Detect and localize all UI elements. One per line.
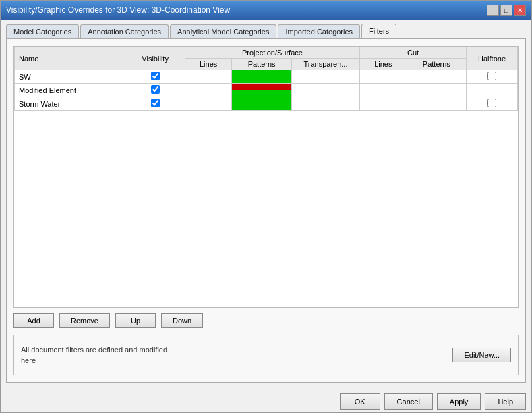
pattern-color-sw (232, 70, 291, 83)
action-buttons: Add Remove Up Down (13, 313, 519, 328)
checkbox-modified[interactable] (151, 85, 160, 94)
row-stormwater-cut-patterns (407, 97, 467, 111)
table-row: SW (15, 70, 518, 84)
row-modified-cut-lines (360, 84, 407, 97)
col-header-halftone: Halftone (467, 47, 518, 70)
row-stormwater-patterns[interactable] (232, 97, 292, 111)
info-text: All document filters are defined and mod… (21, 344, 169, 366)
col-header-visibility: Visibility (125, 47, 185, 70)
close-button[interactable]: ✕ (514, 5, 526, 16)
row-sw-lines (185, 70, 232, 84)
row-sw-transparency (291, 70, 359, 84)
tab-filters[interactable]: Filters (361, 24, 396, 38)
checkbox-sw-halftone[interactable] (487, 72, 496, 80)
col-header-cut-patterns: Patterns (407, 59, 467, 70)
pattern-color-stormwater (232, 97, 291, 110)
row-stormwater-name: Storm Water (15, 97, 125, 111)
help-button[interactable]: Help (485, 393, 526, 410)
row-modified-patterns[interactable] (232, 84, 292, 97)
row-sw-halftone[interactable] (467, 70, 518, 84)
tab-analytical-model-categories[interactable]: Analytical Model Categories (170, 24, 276, 38)
row-sw-patterns[interactable] (232, 70, 292, 84)
window-content: Model Categories Annotation Categories A… (1, 20, 531, 388)
col-header-lines: Lines (185, 59, 232, 70)
window-title: Visibility/Graphic Overrides for 3D View… (6, 5, 230, 15)
col-header-transparency: Transparen... (291, 59, 359, 70)
row-modified-cut-patterns (407, 84, 467, 97)
remove-button[interactable]: Remove (59, 313, 110, 328)
col-header-cut: Cut (360, 47, 467, 59)
bottom-bar: OK Cancel Apply Help (1, 388, 531, 412)
col-header-name: Name (15, 47, 125, 70)
apply-button[interactable]: Apply (437, 393, 481, 410)
tab-model-categories[interactable]: Model Categories (6, 24, 79, 38)
col-header-projection: Projection/Surface (185, 47, 359, 59)
row-stormwater-lines (185, 97, 232, 111)
row-modified-lines (185, 84, 232, 97)
row-modified-visibility[interactable] (125, 84, 185, 97)
checkbox-stormwater[interactable] (151, 99, 160, 107)
main-window: Visibility/Graphic Overrides for 3D View… (0, 0, 532, 413)
row-modified-halftone[interactable] (467, 84, 518, 97)
minimize-button[interactable]: — (487, 5, 499, 16)
row-stormwater-visibility[interactable] (125, 97, 185, 111)
pattern-color-modified (232, 84, 291, 97)
row-stormwater-transparency (291, 97, 359, 111)
row-stormwater-halftone[interactable] (467, 97, 518, 111)
add-button[interactable]: Add (13, 313, 54, 328)
tab-imported-categories[interactable]: Imported Categories (278, 24, 360, 38)
table-row: Modified Element (15, 84, 518, 97)
checkbox-sw[interactable] (151, 72, 160, 80)
main-panel: Name Visibility Projection/Surface Cut H… (6, 38, 526, 383)
row-modified-transparency (291, 84, 359, 97)
table-row: Storm Water (15, 97, 518, 111)
down-button[interactable]: Down (161, 313, 203, 328)
ok-button[interactable]: OK (340, 393, 380, 410)
row-sw-visibility[interactable] (125, 70, 185, 84)
col-header-patterns: Patterns (232, 59, 292, 70)
row-sw-cut-patterns (407, 70, 467, 84)
col-header-cut-lines: Lines (360, 59, 407, 70)
up-button[interactable]: Up (115, 313, 156, 328)
title-bar: Visibility/Graphic Overrides for 3D View… (1, 1, 531, 20)
row-stormwater-cut-lines (360, 97, 407, 111)
row-sw-cut-lines (360, 70, 407, 84)
row-modified-name: Modified Element (15, 84, 125, 97)
filters-table: Name Visibility Projection/Surface Cut H… (14, 47, 518, 111)
title-bar-buttons: — □ ✕ (487, 5, 526, 16)
table-wrapper: Name Visibility Projection/Surface Cut H… (13, 46, 519, 308)
tab-annotation-categories[interactable]: Annotation Categories (80, 24, 169, 38)
checkbox-stormwater-halftone[interactable] (487, 99, 496, 107)
cancel-button[interactable]: Cancel (384, 393, 433, 410)
info-box: All document filters are defined and mod… (13, 335, 519, 375)
maximize-button[interactable]: □ (500, 5, 512, 16)
edit-new-button[interactable]: Edit/New... (452, 348, 511, 362)
tab-bar: Model Categories Annotation Categories A… (6, 24, 526, 38)
row-sw-name: SW (15, 70, 125, 84)
